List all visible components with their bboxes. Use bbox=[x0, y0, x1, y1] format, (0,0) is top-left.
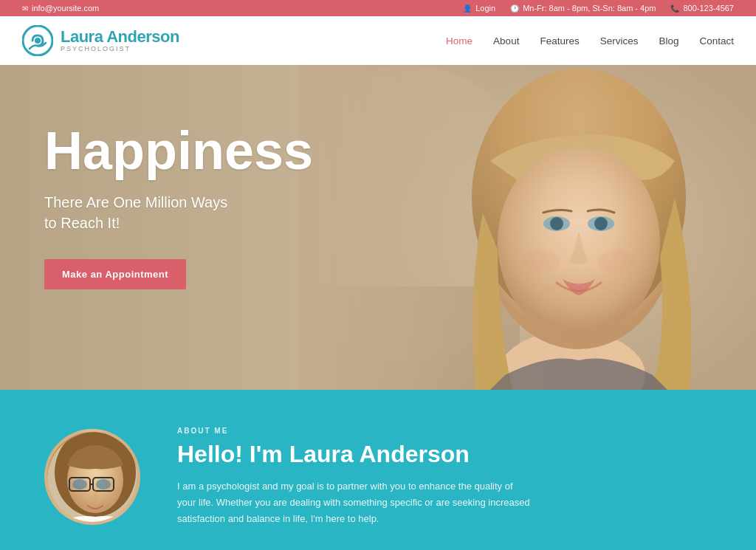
logo-icon bbox=[22, 25, 53, 56]
hours-item: 🕐 Mn-Fr: 8am - 8pm, St-Sn: 8am - 4pm bbox=[510, 4, 656, 13]
login-text[interactable]: Login bbox=[475, 4, 495, 13]
email-text: info@yoursite.com bbox=[32, 4, 99, 13]
main-nav: Home About Features Services Blog Contac… bbox=[446, 35, 734, 47]
login-item[interactable]: 👤 Login bbox=[463, 4, 495, 13]
about-avatar-image bbox=[47, 432, 140, 525]
hours-text: Mn-Fr: 8am - 8pm, St-Sn: 8am - 4pm bbox=[523, 4, 656, 13]
about-section-label: ABOUT ME bbox=[177, 427, 712, 435]
nav-home[interactable]: Home bbox=[446, 35, 472, 47]
svg-point-25 bbox=[96, 479, 111, 489]
nav-contact[interactable]: Contact bbox=[699, 35, 734, 47]
nav-about[interactable]: About bbox=[493, 35, 519, 47]
nav-blog[interactable]: Blog bbox=[659, 35, 678, 47]
site-header: Laura Anderson PSYCHOLOGIST Home About F… bbox=[0, 16, 756, 65]
top-bar-right: 👤 Login 🕐 Mn-Fr: 8am - 8pm, St-Sn: 8am -… bbox=[463, 4, 734, 13]
phone-icon: 📞 bbox=[670, 4, 679, 13]
logo[interactable]: Laura Anderson PSYCHOLOGIST bbox=[22, 25, 179, 56]
top-bar: ✉ info@yoursite.com 👤 Login 🕐 Mn-Fr: 8am… bbox=[0, 0, 756, 16]
svg-point-24 bbox=[72, 479, 87, 489]
top-bar-left: ✉ info@yoursite.com bbox=[22, 4, 99, 13]
clock-icon: 🕐 bbox=[510, 4, 519, 13]
hero-subtitle: There Are One Million Ways to Reach It! bbox=[44, 192, 325, 233]
user-icon: 👤 bbox=[463, 4, 472, 13]
appointment-button[interactable]: Make an Appointment bbox=[44, 259, 186, 289]
logo-text-block: Laura Anderson PSYCHOLOGIST bbox=[61, 28, 179, 53]
svg-point-1 bbox=[35, 38, 41, 44]
about-description: I am a psychologist and my goal is to pa… bbox=[177, 478, 532, 527]
hero-content: Happiness There Are One Million Ways to … bbox=[0, 65, 369, 348]
email-icon: ✉ bbox=[22, 4, 28, 13]
hero-title: Happiness bbox=[44, 124, 325, 177]
nav-features[interactable]: Features bbox=[540, 35, 579, 47]
about-text-block: ABOUT ME Hello! I'm Laura Anderson I am … bbox=[177, 427, 712, 527]
about-avatar bbox=[44, 429, 140, 525]
email-item: ✉ info@yoursite.com bbox=[22, 4, 99, 13]
about-heading: Hello! I'm Laura Anderson bbox=[177, 441, 712, 468]
nav-services[interactable]: Services bbox=[600, 35, 639, 47]
hero-section: Happiness There Are One Million Ways to … bbox=[0, 65, 756, 390]
phone-text: 800-123-4567 bbox=[683, 4, 734, 13]
logo-subtitle: PSYCHOLOGIST bbox=[61, 46, 179, 53]
phone-item: 📞 800-123-4567 bbox=[670, 4, 734, 13]
about-section: ABOUT ME Hello! I'm Laura Anderson I am … bbox=[0, 390, 756, 550]
logo-name: Laura Anderson bbox=[61, 28, 179, 46]
